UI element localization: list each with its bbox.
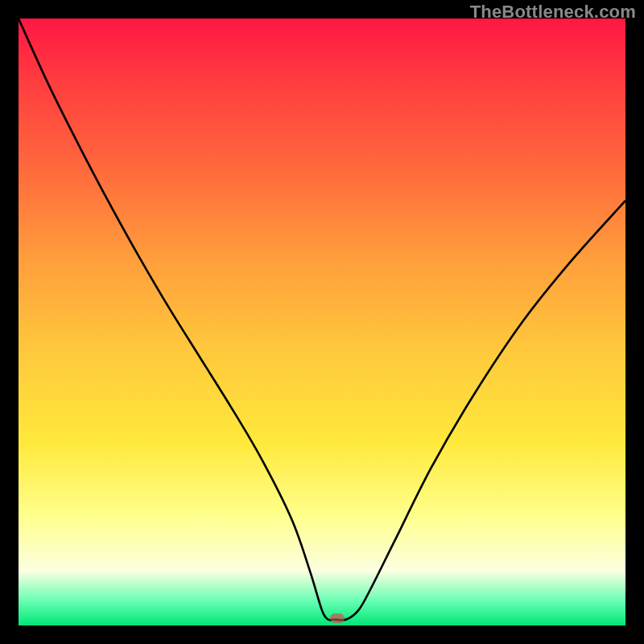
min-marker [330, 613, 345, 623]
chart-frame: TheBottleneck.com [0, 0, 644, 644]
bottleneck-curve [19, 19, 625, 625]
curve-path [19, 19, 625, 620]
plot-area [19, 19, 625, 625]
